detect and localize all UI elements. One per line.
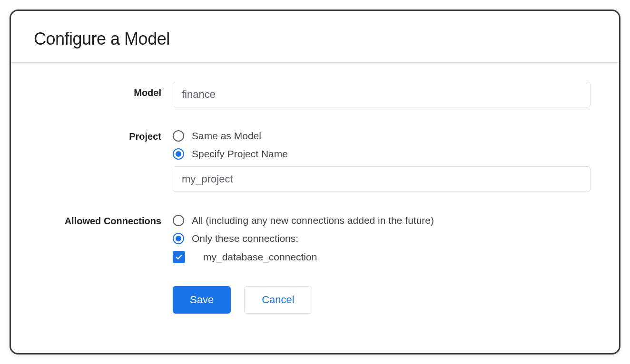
radio-icon (173, 130, 184, 142)
connections-control: All (including any new connections added… (173, 215, 591, 263)
radio-icon-selected (173, 148, 184, 160)
radio-dot-icon (176, 236, 181, 241)
project-name-input[interactable] (173, 166, 591, 192)
dialog-header: Configure a Model (11, 11, 619, 63)
project-radio-specify[interactable]: Specify Project Name (173, 148, 591, 160)
radio-dot-icon (176, 151, 181, 157)
radio-icon (173, 215, 184, 226)
checkbox-checked-icon (173, 251, 185, 263)
check-icon (175, 253, 183, 261)
save-button[interactable]: Save (173, 286, 231, 314)
project-radio-specify-label: Specify Project Name (192, 148, 288, 160)
dialog-title: Configure a Model (34, 29, 596, 49)
connection-item[interactable]: my_database_connection (173, 251, 591, 263)
radio-icon-selected (173, 233, 184, 244)
model-input[interactable] (173, 82, 591, 107)
button-row: Save Cancel (173, 286, 591, 314)
cancel-button[interactable]: Cancel (244, 286, 312, 314)
project-radio-same-label: Same as Model (192, 130, 261, 142)
model-label: Model (39, 82, 173, 98)
connections-row: Allowed Connections All (including any n… (39, 215, 591, 263)
connections-radio-only-label: Only these connections: (192, 233, 298, 244)
connections-label: Allowed Connections (39, 215, 173, 227)
project-control: Same as Model Specify Project Name (173, 130, 591, 192)
project-label: Project (39, 130, 173, 142)
connection-item-label: my_database_connection (203, 251, 317, 263)
project-name-wrapper (173, 166, 591, 192)
configure-model-dialog: Configure a Model Model Project Same as … (10, 10, 620, 354)
model-row: Model (39, 82, 591, 107)
model-control (173, 82, 591, 107)
connections-radio-all-label: All (including any new connections added… (192, 215, 434, 226)
connections-radio-all[interactable]: All (including any new connections added… (173, 215, 591, 226)
connections-radio-only[interactable]: Only these connections: (173, 233, 591, 244)
dialog-body: Model Project Same as Model Specify Proj… (11, 63, 619, 333)
project-row: Project Same as Model Specify Project Na… (39, 130, 591, 192)
project-radio-same[interactable]: Same as Model (173, 130, 591, 142)
